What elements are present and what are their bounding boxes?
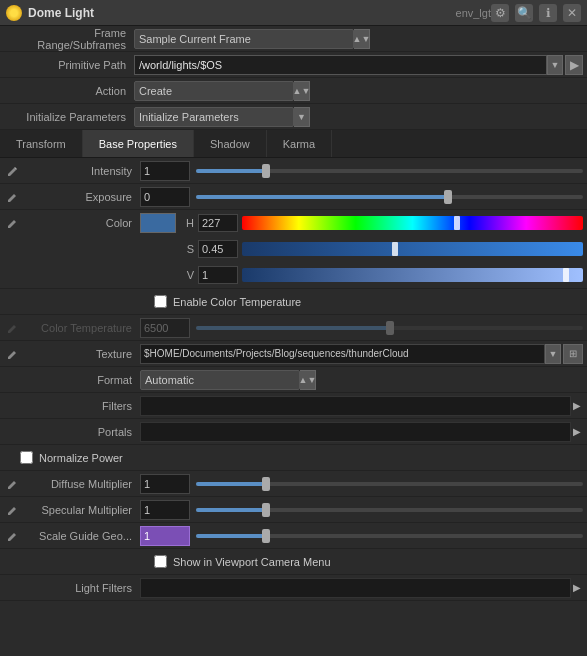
show-viewport-checkbox[interactable]: [154, 555, 167, 568]
gear-icon[interactable]: ⚙: [491, 4, 509, 22]
h-input[interactable]: [198, 214, 238, 232]
filters-row: Filters ▶: [0, 393, 587, 419]
v-input[interactable]: [198, 266, 238, 284]
init-params-arrow[interactable]: ▼: [294, 107, 310, 127]
frame-range-arrow[interactable]: ▲▼: [354, 29, 370, 49]
frame-range-dropdown-wrap: Sample Current Frame ▲▼: [134, 29, 583, 49]
texture-dropdown-arrow[interactable]: ▼: [545, 344, 561, 364]
filters-expand-arrow[interactable]: ▶: [571, 400, 583, 412]
specular-edit-icon[interactable]: [4, 502, 20, 518]
init-params-dropdown[interactable]: Initialize Parameters: [134, 107, 294, 127]
format-arrow[interactable]: ▲▼: [300, 370, 316, 390]
action-dropdown[interactable]: Create: [134, 81, 294, 101]
scale-guide-slider[interactable]: [196, 534, 583, 538]
texture-browse-btn[interactable]: ⊞: [563, 344, 583, 364]
title-bar-title: Dome Light: [28, 6, 450, 20]
intensity-input[interactable]: [140, 161, 190, 181]
info-icon[interactable]: ℹ: [539, 4, 557, 22]
scale-guide-edit-icon[interactable]: [4, 528, 20, 544]
color-h-row: Color H: [0, 210, 587, 236]
portals-row: Portals ▶: [0, 419, 587, 445]
tab-karma[interactable]: Karma: [267, 130, 332, 157]
format-dropdown-wrap: Automatic ▲▼: [140, 370, 583, 390]
sat-slider[interactable]: [242, 242, 583, 256]
filters-edit-icon: [4, 398, 20, 414]
frame-range-dropdown[interactable]: Sample Current Frame: [134, 29, 354, 49]
portals-expand-arrow[interactable]: ▶: [571, 426, 583, 438]
hue-slider[interactable]: [242, 216, 583, 230]
s-input[interactable]: [198, 240, 238, 258]
action-arrow[interactable]: ▲▼: [294, 81, 310, 101]
init-params-dropdown-wrap: Initialize Parameters ▼: [134, 107, 583, 127]
normalize-power-label: Normalize Power: [39, 452, 123, 464]
title-bar-subtitle: env_lgt: [456, 7, 491, 19]
tab-transform[interactable]: Transform: [0, 130, 83, 157]
diffuse-multiplier-row: Diffuse Multiplier: [0, 471, 587, 497]
light-filters-field: [140, 578, 571, 598]
exposure-row: Exposure: [0, 184, 587, 210]
action-row: Action Create ▲▼: [0, 78, 587, 104]
color-temp-row: Color Temperature: [0, 315, 587, 341]
color-swatch[interactable]: [140, 213, 176, 233]
color-v-spacer: [4, 267, 20, 283]
color-edit-icon[interactable]: [4, 215, 20, 231]
color-s-row: S: [0, 236, 587, 262]
action-dropdown-wrap: Create ▲▼: [134, 81, 583, 101]
color-section: Color H S V: [0, 210, 587, 289]
frame-range-label: Frame Range/Subframes: [4, 27, 134, 51]
color-s-spacer: [4, 241, 20, 257]
normalize-power-row: Normalize Power: [0, 445, 587, 471]
scale-guide-input[interactable]: [140, 526, 190, 546]
intensity-label: Intensity: [20, 165, 140, 177]
light-filters-label: Light Filters: [20, 582, 140, 594]
diffuse-input[interactable]: [140, 474, 190, 494]
exposure-label: Exposure: [20, 191, 140, 203]
light-filters-expand-arrow[interactable]: ▶: [571, 582, 583, 594]
color-temp-label: Color Temperature: [20, 322, 140, 334]
scale-guide-label: Scale Guide Geo...: [20, 530, 140, 542]
color-v-row: V: [0, 262, 587, 288]
color-temp-slider[interactable]: [196, 326, 583, 330]
diffuse-slider[interactable]: [196, 482, 583, 486]
enable-color-temp-label: Enable Color Temperature: [173, 296, 301, 308]
normalize-power-checkbox[interactable]: [20, 451, 33, 464]
filters-label: Filters: [20, 400, 140, 412]
search-icon[interactable]: 🔍: [515, 4, 533, 22]
exposure-edit-icon[interactable]: [4, 189, 20, 205]
diffuse-label: Diffuse Multiplier: [20, 478, 140, 490]
exposure-input[interactable]: [140, 187, 190, 207]
primitive-path-input[interactable]: [134, 55, 547, 75]
h-label: H: [182, 217, 194, 229]
action-label: Action: [4, 85, 134, 97]
light-filters-edit-icon: [4, 580, 20, 596]
primitive-path-row: Primitive Path ▼ ▶: [0, 52, 587, 78]
show-viewport-label: Show in Viewport Camera Menu: [173, 556, 331, 568]
exposure-slider[interactable]: [196, 195, 583, 199]
intensity-edit-icon[interactable]: [4, 163, 20, 179]
val-slider[interactable]: [242, 268, 583, 282]
specular-input[interactable]: [140, 500, 190, 520]
tab-base-properties[interactable]: Base Properties: [83, 130, 194, 157]
format-label: Format: [20, 374, 140, 386]
format-row: Format Automatic ▲▼: [0, 367, 587, 393]
specular-multiplier-row: Specular Multiplier: [0, 497, 587, 523]
primitive-path-label: Primitive Path: [4, 59, 134, 71]
properties-scroll-area[interactable]: Intensity Exposure Color: [0, 158, 587, 656]
enable-color-temp-checkbox[interactable]: [154, 295, 167, 308]
diffuse-edit-icon[interactable]: [4, 476, 20, 492]
texture-edit-icon[interactable]: [4, 346, 20, 362]
primitive-path-dropdown-arrow[interactable]: ▼: [547, 55, 563, 75]
specular-slider[interactable]: [196, 508, 583, 512]
enable-color-temp-row: Enable Color Temperature: [0, 289, 587, 315]
primitive-path-nav-arrow[interactable]: ▶: [565, 55, 583, 75]
texture-row: Texture ▼ ⊞: [0, 341, 587, 367]
color-temp-input[interactable]: [140, 318, 190, 338]
format-dropdown[interactable]: Automatic: [140, 370, 300, 390]
tab-shadow[interactable]: Shadow: [194, 130, 267, 157]
show-viewport-row: Show in Viewport Camera Menu: [0, 549, 587, 575]
portals-field: [140, 422, 571, 442]
format-edit-icon: [4, 372, 20, 388]
texture-input[interactable]: [140, 344, 545, 364]
intensity-slider[interactable]: [196, 169, 583, 173]
close-icon[interactable]: ✕: [563, 4, 581, 22]
